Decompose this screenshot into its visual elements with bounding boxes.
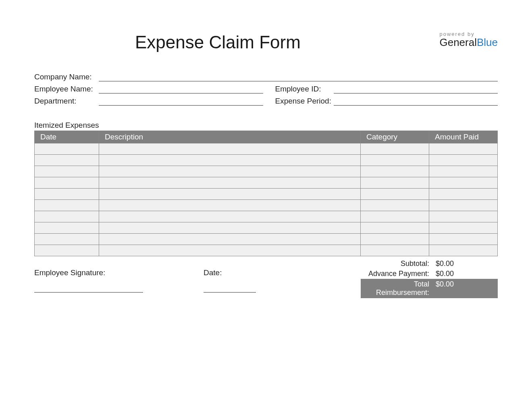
employee-label: Employee Name: [34, 85, 99, 94]
cell-category[interactable] [361, 211, 429, 222]
cell-description[interactable] [99, 189, 361, 200]
signature-date-block: Date: [204, 268, 256, 298]
cell-date[interactable] [35, 222, 99, 234]
cell-category[interactable] [361, 200, 429, 211]
department-input[interactable] [99, 97, 263, 106]
cell-category[interactable] [361, 189, 429, 200]
table-row [35, 143, 498, 155]
header-amount: Amount Paid [429, 131, 498, 143]
cell-amount[interactable] [429, 200, 498, 211]
cell-category[interactable] [361, 245, 429, 256]
cell-amount[interactable] [429, 234, 498, 245]
signature-date-input[interactable] [204, 279, 256, 293]
cell-date[interactable] [35, 143, 99, 155]
cell-date[interactable] [35, 211, 99, 222]
cell-date[interactable] [35, 155, 99, 166]
bottom-section: Employee Signature: Date: Subtotal: $0.0… [34, 259, 498, 298]
subtotal-value: $0.00 [433, 259, 494, 268]
employee-id-input[interactable] [334, 85, 498, 93]
company-row: Company Name: [34, 73, 498, 82]
department-row: Department: Expense Period: [34, 97, 498, 106]
table-row [35, 166, 498, 177]
employee-id-label: Employee ID: [275, 85, 334, 94]
cell-amount[interactable] [429, 211, 498, 222]
itemized-title: Itemized Expenses [34, 121, 498, 130]
total-label: Total Reimbursement: [365, 280, 433, 297]
cell-amount[interactable] [429, 245, 498, 256]
employee-signature-input[interactable] [34, 279, 143, 293]
table-row [35, 234, 498, 245]
table-row [35, 177, 498, 189]
expense-table: Date Description Category Amount Paid [34, 131, 498, 256]
employee-input[interactable] [99, 85, 263, 93]
company-label: Company Name: [34, 73, 99, 82]
cell-description[interactable] [99, 200, 361, 211]
form-title: Expense Claim Form [135, 32, 301, 52]
table-row [35, 189, 498, 200]
table-row [35, 200, 498, 211]
cell-category[interactable] [361, 177, 429, 189]
brand-block: powered by GeneralBlue [439, 31, 498, 49]
signature-area: Employee Signature: Date: [34, 259, 361, 298]
expense-period-label: Expense Period: [275, 97, 334, 106]
table-row [35, 155, 498, 166]
table-row [35, 245, 498, 256]
cell-description[interactable] [99, 222, 361, 234]
cell-description[interactable] [99, 245, 361, 256]
cell-date[interactable] [35, 166, 99, 177]
cell-amount[interactable] [429, 155, 498, 166]
table-row [35, 222, 498, 234]
table-row [35, 211, 498, 222]
info-section: Company Name: Employee Name: Employee ID… [34, 73, 498, 106]
advance-row: Advance Payment: $0.00 [361, 269, 498, 279]
total-value: $0.00 [433, 280, 494, 297]
cell-amount[interactable] [429, 166, 498, 177]
cell-category[interactable] [361, 143, 429, 155]
header-description: Description [99, 131, 361, 143]
totals-block: Subtotal: $0.00 Advance Payment: $0.00 T… [361, 259, 498, 298]
employee-signature-label: Employee Signature: [34, 268, 105, 277]
advance-value: $0.00 [433, 270, 494, 278]
cell-description[interactable] [99, 166, 361, 177]
cell-description[interactable] [99, 143, 361, 155]
signature-date-label: Date: [204, 268, 222, 277]
cell-description[interactable] [99, 177, 361, 189]
cell-amount[interactable] [429, 189, 498, 200]
total-reimbursement-row: Total Reimbursement: $0.00 [361, 279, 498, 298]
subtotal-label: Subtotal: [365, 259, 433, 268]
header-category: Category [361, 131, 429, 143]
cell-category[interactable] [361, 222, 429, 234]
form-header: Expense Claim Form powered by GeneralBlu… [34, 32, 498, 52]
company-input[interactable] [99, 73, 498, 81]
expense-period-input[interactable] [334, 97, 498, 106]
brand-name: GeneralBlue [439, 36, 498, 49]
cell-amount[interactable] [429, 222, 498, 234]
advance-label: Advance Payment: [365, 270, 433, 278]
cell-description[interactable] [99, 155, 361, 166]
cell-date[interactable] [35, 234, 99, 245]
cell-category[interactable] [361, 166, 429, 177]
cell-date[interactable] [35, 177, 99, 189]
cell-amount[interactable] [429, 143, 498, 155]
cell-description[interactable] [99, 234, 361, 245]
brand-part1: General [439, 36, 477, 48]
department-label: Department: [34, 97, 99, 106]
table-header-row: Date Description Category Amount Paid [35, 131, 498, 143]
employee-signature-block: Employee Signature: [34, 268, 143, 298]
header-date: Date [35, 131, 99, 143]
cell-date[interactable] [35, 189, 99, 200]
employee-row: Employee Name: Employee ID: [34, 85, 498, 94]
cell-description[interactable] [99, 211, 361, 222]
subtotal-row: Subtotal: $0.00 [361, 259, 498, 269]
cell-date[interactable] [35, 245, 99, 256]
cell-category[interactable] [361, 234, 429, 245]
cell-amount[interactable] [429, 177, 498, 189]
cell-category[interactable] [361, 155, 429, 166]
cell-date[interactable] [35, 200, 99, 211]
brand-part2: Blue [477, 36, 498, 48]
